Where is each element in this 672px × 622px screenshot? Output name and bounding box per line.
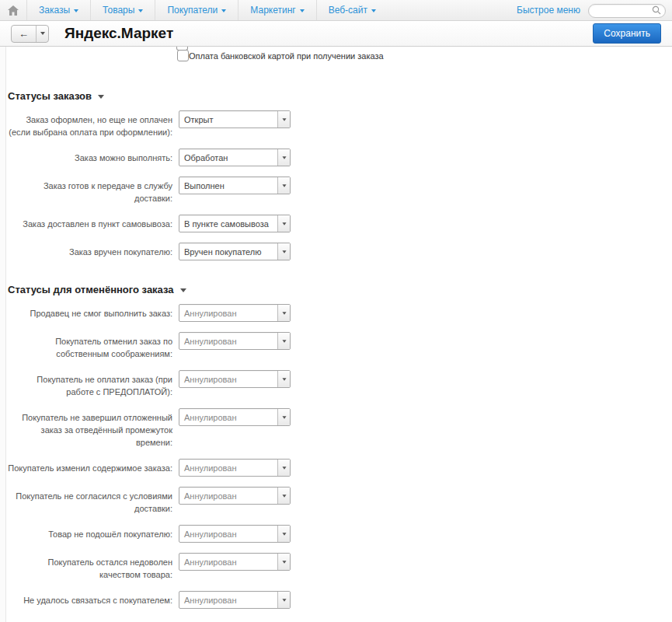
- nav-item-website[interactable]: Веб-сайт: [316, 0, 388, 20]
- payment-card-checkbox[interactable]: [177, 50, 189, 61]
- back-dropdown-button[interactable]: [36, 26, 48, 42]
- quick-menu-link[interactable]: Быстрое меню: [517, 5, 580, 16]
- nav-item-marketing[interactable]: Маркетинг: [238, 0, 315, 20]
- dropdown-arrow-button[interactable]: [277, 487, 290, 504]
- field-label: Заказ готов к передаче в службу доставки…: [8, 176, 172, 204]
- back-button-group: ←: [11, 25, 49, 43]
- caret-down-icon: [40, 32, 45, 35]
- caret-down-icon: [282, 184, 286, 187]
- field-control: Аннулирован: [179, 304, 291, 322]
- select-value: Аннулирован: [179, 333, 277, 349]
- dropdown-arrow-button[interactable]: [277, 371, 290, 387]
- status-select[interactable]: В пункте самовывоза: [179, 215, 291, 232]
- select-value: Аннулирован: [179, 305, 277, 321]
- dropdown-arrow-button[interactable]: [277, 305, 290, 321]
- caret-down-icon: [282, 118, 286, 121]
- status-select[interactable]: Вручен покупателю: [179, 243, 291, 260]
- settings-form: Оплата банковской картой при получении з…: [7, 47, 672, 622]
- section-title[interactable]: Статусы заказов: [8, 90, 672, 102]
- status-select[interactable]: Аннулирован: [179, 487, 291, 505]
- section-rows: Продавец не смог выполнить заказ: Аннули…: [8, 304, 672, 609]
- nav-item-customers[interactable]: Покупатели: [155, 0, 238, 20]
- checkbox-partial-above[interactable]: [176, 47, 188, 51]
- form-sections: Статусы заказов Заказ оформлен, но еще н…: [8, 90, 672, 609]
- field-label: Продавец не смог выполнить заказ:: [8, 304, 172, 322]
- status-field-row: Покупатель не согласился с условиями дос…: [8, 487, 672, 515]
- dropdown-arrow-button[interactable]: [277, 554, 290, 570]
- status-section: Статусы заказов Заказ оформлен, но еще н…: [8, 90, 672, 260]
- nav-item-products[interactable]: Товары: [90, 0, 155, 20]
- status-select[interactable]: Аннулирован: [179, 408, 291, 426]
- status-field-row: Заказ доставлен в пункт самовывоза: В пу…: [8, 215, 672, 232]
- dropdown-arrow-button[interactable]: [277, 409, 290, 425]
- status-select[interactable]: Аннулирован: [179, 304, 291, 322]
- field-label: Заказ оформлен, но еще не оплачен (если …: [8, 110, 172, 138]
- save-button[interactable]: Сохранить: [593, 23, 661, 44]
- field-label: Покупатель изменил содержимое заказа:: [8, 459, 172, 477]
- home-icon-glyph: [8, 5, 19, 16]
- nav-item-label: Заказы: [39, 5, 70, 16]
- payment-card-checkbox-label[interactable]: Оплата банковской картой при получении з…: [189, 51, 384, 61]
- status-field-row: Заказ оформлен, но еще не оплачен (если …: [8, 110, 672, 138]
- status-field-row: Покупатель остался недоволен качеством т…: [8, 553, 672, 581]
- status-field-row: Покупатель не оплатил заказ (при работе …: [8, 370, 672, 398]
- dropdown-arrow-button[interactable]: [277, 526, 290, 542]
- nav-item-label: Покупатели: [167, 5, 218, 16]
- dropdown-arrow-button[interactable]: [277, 177, 290, 194]
- field-label: Покупатель отменил заказ по собственным …: [8, 332, 172, 360]
- status-section: Статусы для отменённого заказа Продавец …: [8, 284, 672, 609]
- caret-down-icon: [282, 533, 286, 535]
- caret-down-icon: [282, 340, 286, 342]
- status-field-row: Заказ можно выполнять: Обработан: [8, 149, 672, 166]
- dropdown-arrow-button[interactable]: [277, 149, 290, 166]
- back-button[interactable]: ←: [12, 26, 36, 42]
- field-control: Аннулирован: [179, 591, 291, 609]
- dropdown-arrow-button[interactable]: [277, 460, 290, 476]
- dropdown-arrow-button[interactable]: [277, 592, 290, 608]
- chevron-down-icon: [74, 9, 78, 12]
- field-control: Аннулирован: [179, 459, 291, 477]
- caret-down-icon: [282, 494, 286, 497]
- dropdown-arrow-button[interactable]: [277, 111, 290, 128]
- dropdown-arrow-button[interactable]: [277, 243, 290, 260]
- dropdown-arrow-button[interactable]: [277, 333, 290, 349]
- status-select[interactable]: Аннулирован: [179, 459, 291, 477]
- field-control: Аннулирован: [179, 408, 291, 449]
- field-label: Покупатель не согласился с условиями дос…: [8, 487, 172, 515]
- top-navigation-bar: Заказы Товары Покупатели Маркетинг Веб-с…: [0, 0, 672, 21]
- caret-down-icon: [282, 466, 286, 469]
- left-gutter: [0, 47, 6, 622]
- field-label: Не удалось связаться с покупателем:: [8, 591, 172, 609]
- status-select[interactable]: Аннулирован: [179, 332, 291, 350]
- field-control: Выполнен: [179, 176, 291, 204]
- status-select[interactable]: Аннулирован: [179, 591, 291, 609]
- field-label: Заказ доставлен в пункт самовывоза:: [8, 215, 172, 232]
- home-icon[interactable]: [0, 0, 26, 20]
- section-title-text: Статусы заказов: [8, 90, 92, 102]
- field-control: Аннулирован: [179, 487, 291, 515]
- caret-down-icon: [282, 312, 286, 314]
- field-control: В пункте самовывоза: [179, 215, 291, 232]
- section-title[interactable]: Статусы для отменённого заказа: [8, 284, 672, 295]
- status-select[interactable]: Аннулирован: [179, 553, 291, 571]
- status-select[interactable]: Выполнен: [179, 176, 291, 194]
- status-field-row: Заказ готов к передаче в службу доставки…: [8, 176, 672, 204]
- dropdown-arrow-button[interactable]: [277, 215, 290, 232]
- status-select[interactable]: Обработан: [179, 149, 291, 166]
- nav-item-orders[interactable]: Заказы: [26, 0, 90, 20]
- section-title-text: Статусы для отменённого заказа: [8, 284, 174, 295]
- select-value: Аннулирован: [179, 371, 277, 387]
- payment-card-checkbox-row: Оплата банковской картой при получении з…: [177, 47, 672, 61]
- page-title: Яндекс.Маркет: [64, 25, 173, 42]
- status-select[interactable]: Аннулирован: [179, 525, 291, 543]
- status-select[interactable]: Открыт: [179, 110, 291, 128]
- arrow-left-icon: ←: [19, 28, 29, 40]
- field-label: Покупатель остался недоволен качеством т…: [8, 553, 172, 581]
- caret-down-icon: [282, 416, 286, 418]
- field-label: Покупатель не завершил отложенный заказ …: [8, 408, 172, 449]
- status-field-row: Заказ вручен покупателю: Вручен покупате…: [8, 243, 672, 260]
- select-value: Обработан: [179, 149, 277, 166]
- status-select[interactable]: Аннулирован: [179, 370, 291, 388]
- chevron-down-icon: [221, 9, 226, 12]
- search-icon: [652, 5, 661, 15]
